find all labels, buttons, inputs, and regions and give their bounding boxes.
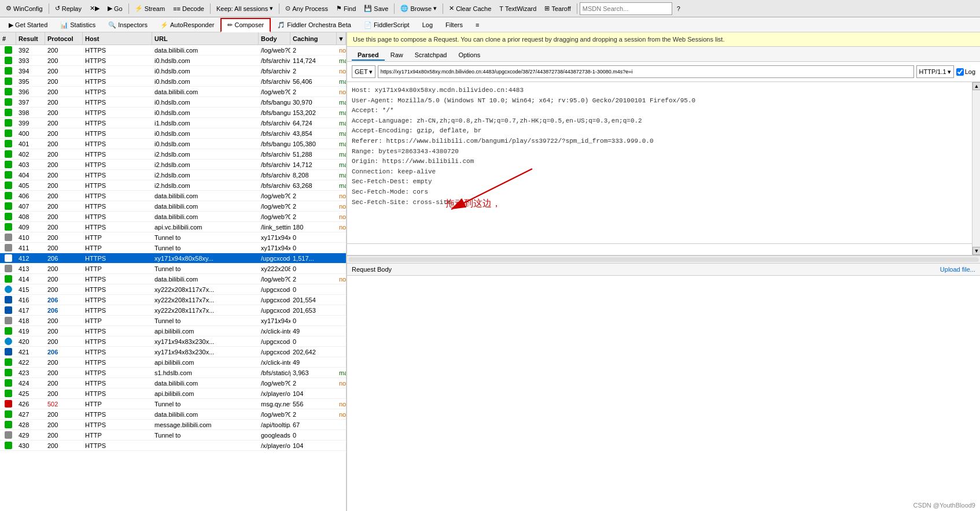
tab-statistics[interactable]: 📊 Statistics — [54, 17, 102, 32]
headers-vscroll[interactable]: ▲ ▼ — [972, 82, 980, 255]
row-num: 395 — [16, 76, 45, 86]
row-result: 200 — [45, 118, 83, 128]
scroll-track[interactable] — [972, 90, 980, 247]
table-row[interactable]: 404 200 HTTPS i2.hdslb.com /bfs/archive/… — [0, 170, 346, 180]
composer-tab-parsed[interactable]: Parsed — [352, 50, 385, 61]
go-button[interactable]: ▶ Go — [104, 3, 126, 13]
row-result: 200 — [45, 191, 83, 201]
table-row[interactable]: 407 200 HTTPS data.bilibili.com /log/web… — [0, 201, 346, 212]
remove-play-button[interactable]: ✕▶ — [86, 3, 103, 13]
table-row[interactable]: 399 200 HTTPS i1.hdslb.com /bfs/archive/… — [0, 118, 346, 128]
row-result: 200 — [45, 180, 83, 190]
table-row[interactable]: 420 200 HTTPS xy171x94x83x230x... /upgcx… — [0, 336, 346, 347]
table-row[interactable]: 425 200 HTTPS api.bilibili.com /x/player… — [0, 388, 346, 399]
tab-composer[interactable]: ✏ Composer — [220, 18, 271, 32]
table-row[interactable]: 411 200 HTTP Tunnel to xy171x94x83x230xy… — [0, 243, 346, 253]
replay-button[interactable]: ↺ Replay — [51, 3, 85, 13]
table-row[interactable]: 416 206 HTTPS xy222x208x117x7x... /upgcx… — [0, 295, 346, 305]
row-icon — [0, 368, 16, 377]
tearoff-button[interactable]: ⊞ Tearoff — [541, 3, 574, 13]
composer-tab-raw[interactable]: Raw — [385, 50, 409, 61]
col-header-scroll[interactable]: ▼ — [337, 32, 346, 45]
table-row[interactable]: 417 206 HTTPS xy222x208x117x7x... /upgcx… — [0, 305, 346, 316]
table-row[interactable]: 405 200 HTTPS i2.hdslb.com /bfs/archive/… — [0, 180, 346, 191]
table-row[interactable]: 428 200 HTTPS message.bilibili.com /api/… — [0, 420, 346, 430]
request-body-content[interactable] — [347, 276, 980, 356]
table-row[interactable]: 424 200 HTTPS data.bilibili.com /log/web… — [0, 378, 346, 388]
row-url: /bfs/archive/b01f3fcde4a... — [259, 160, 290, 169]
keep-sessions-button[interactable]: Keep: All sessions ▾ — [213, 3, 277, 13]
help-button[interactable]: ? — [673, 4, 684, 13]
table-row[interactable]: 395 200 HTTPS i0.hdslb.com /bfs/archive/… — [0, 76, 346, 87]
sessions-table-body[interactable]: 392 200 HTTPS data.bilibili.com /log/web… — [0, 45, 346, 511]
tab-fiddlerscript[interactable]: 📄 FiddlerScript — [358, 17, 416, 32]
table-row[interactable]: 426 502 HTTP Tunnel to msg.qy.net:443 55… — [0, 399, 346, 409]
stream-button[interactable]: ⚡ Stream — [131, 3, 168, 13]
tab-more[interactable]: ≡ — [469, 17, 485, 32]
table-row[interactable]: 429 200 HTTP Tunnel to googleads.doublec… — [0, 430, 346, 440]
table-row[interactable]: 423 200 HTTPS s1.hdslb.com /bfs/static/p… — [0, 368, 346, 378]
table-row[interactable]: 401 200 HTTPS i0.hdslb.com /bfs/bangumi/… — [0, 139, 346, 149]
tab-orchestra[interactable]: 🎵 Fiddler Orchestra Beta — [271, 17, 358, 32]
tab-inspectors[interactable]: 🔍 Inspectors — [102, 17, 154, 32]
table-row[interactable]: 430 200 HTTPS /x/player/online/total?aid… — [0, 440, 346, 451]
composer-tab-options[interactable]: Options — [452, 50, 486, 61]
search-box[interactable] — [580, 2, 672, 15]
row-url: /upgcxcode/38/27/44387... — [259, 284, 290, 294]
table-row[interactable]: 409 200 HTTPS api.vc.bilibili.com /link_… — [0, 222, 346, 232]
table-row[interactable]: 393 200 HTTPS i0.hdslb.com /bfs/archive/… — [0, 55, 346, 66]
log-checkbox[interactable] — [956, 68, 964, 76]
table-row[interactable]: 397 200 HTTPS i0.hdslb.com /bfs/bangumi/… — [0, 97, 346, 108]
table-row[interactable]: 408 200 HTTPS data.bilibili.com /log/web… — [0, 212, 346, 222]
row-caching: no-cac... — [337, 222, 346, 232]
request-headers[interactable]: Host: xy171x94x80x58xy.mcdn.bilivideo.cn… — [347, 82, 972, 244]
table-row[interactable]: 406 200 HTTPS data.bilibili.com /log/web… — [0, 191, 346, 201]
row-url: /upgcxcode/38/27/44387... — [259, 295, 290, 305]
table-row[interactable]: 415 200 HTTPS xy222x208x117x7x... /upgcx… — [0, 284, 346, 295]
any-process-button[interactable]: ⊙ Any Process — [282, 3, 331, 13]
row-result: 200 — [45, 201, 83, 211]
table-row[interactable]: 402 200 HTTPS i2.hdslb.com /bfs/archive/… — [0, 149, 346, 160]
row-num: 418 — [16, 316, 45, 325]
table-row[interactable]: 398 200 HTTPS i0.hdslb.com /bfs/bangumi/… — [0, 108, 346, 118]
find-button[interactable]: ⚑ Find — [333, 3, 359, 13]
table-row[interactable]: 413 200 HTTP Tunnel to xy222x208x117x7xy… — [0, 264, 346, 274]
table-row[interactable]: 403 200 HTTPS i2.hdslb.com /bfs/archive/… — [0, 160, 346, 170]
version-dropdown-icon: ▾ — [948, 68, 951, 76]
row-icon — [0, 409, 16, 419]
url-input[interactable]: https://xy171x94x80x58xy.mcdn.bilivideo.… — [378, 65, 914, 78]
horizontal-scrollbar[interactable] — [347, 255, 980, 264]
http-version-select[interactable]: HTTP/1.1 ▾ — [916, 65, 954, 78]
tab-log[interactable]: Log — [416, 17, 439, 32]
save-button[interactable]: 💾 Save — [360, 3, 392, 13]
decode-button[interactable]: ≡≡ Decode — [170, 4, 208, 13]
table-row[interactable]: 422 200 HTTPS api.bilibili.com /x/click-… — [0, 357, 346, 368]
row-num: 411 — [16, 243, 45, 253]
table-row[interactable]: 421 206 HTTPS xy171x94x83x230x... /upgcx… — [0, 347, 346, 357]
table-row[interactable]: 412 206 HTTPS xy171x94x80x58xy... /upgcx… — [0, 253, 346, 264]
tab-get-started[interactable]: ▶ Get Started — [2, 17, 54, 32]
text-wizard-button[interactable]: T TextWizard — [496, 4, 540, 13]
clear-cache-button[interactable]: ✕ Clear Cache — [445, 3, 495, 13]
table-row[interactable]: 410 200 HTTP Tunnel to xy171x94x80x58xy.… — [0, 232, 346, 243]
table-row[interactable]: 400 200 HTTPS i0.hdslb.com /bfs/archive/… — [0, 128, 346, 139]
search-input[interactable] — [583, 5, 669, 12]
table-row[interactable]: 396 200 HTTPS data.bilibili.com /log/web… — [0, 87, 346, 97]
table-row[interactable]: 392 200 HTTPS data.bilibili.com /log/web… — [0, 45, 346, 55]
tab-filters[interactable]: Filters — [439, 17, 469, 32]
method-select[interactable]: GET ▾ — [352, 65, 375, 78]
table-row[interactable]: 414 200 HTTPS data.bilibili.com /log/web… — [0, 274, 346, 284]
scroll-up-btn[interactable]: ▲ — [972, 82, 980, 90]
table-row[interactable]: 394 200 HTTPS i0.hdslb.com /bfs/archive/… — [0, 66, 346, 76]
table-row[interactable]: 419 200 HTTPS api.bilibili.com /x/click-… — [0, 326, 346, 336]
tab-autoresponder[interactable]: ⚡ AutoResponder — [154, 17, 220, 32]
browse-button[interactable]: 🌐 Browse ▾ — [397, 3, 440, 13]
table-row[interactable]: 418 200 HTTP Tunnel to xy171x94x83x230xy… — [0, 316, 346, 326]
scroll-down-btn[interactable]: ▼ — [972, 247, 980, 255]
composer-tab-scratchpad[interactable]: Scratchpad — [409, 50, 453, 61]
table-row[interactable]: 427 200 HTTPS data.bilibili.com /log/web… — [0, 409, 346, 420]
hscroll-track[interactable] — [348, 257, 979, 262]
row-url: /bfs/archive/2c05db2a90c... — [259, 180, 290, 190]
winconfig-button[interactable]: ⚙ WinConfig — [2, 3, 46, 13]
upload-file-link[interactable]: Upload file... — [940, 266, 975, 273]
